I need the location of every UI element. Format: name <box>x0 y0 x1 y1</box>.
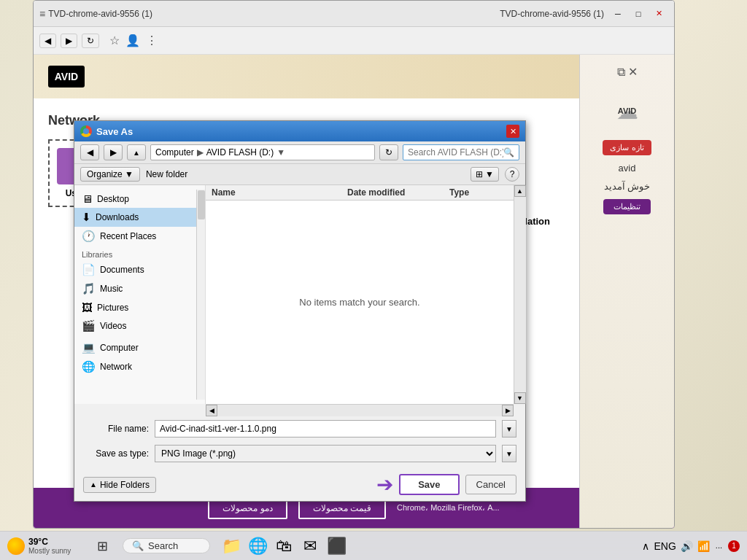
dialog-back-button[interactable]: ◀ <box>80 144 99 160</box>
recent-icon: 🕐 <box>82 230 96 243</box>
sidebar-item-music[interactable]: 🎵 Music <box>74 279 196 298</box>
network-tray-icon[interactable]: 📶 <box>697 540 710 552</box>
sidebar-scrollbar[interactable] <box>196 190 205 400</box>
scroll-track <box>514 197 526 392</box>
language-label[interactable]: ENG <box>654 540 676 552</box>
chrome-icon <box>80 125 92 137</box>
network-icon: 🌐 <box>82 360 96 373</box>
avid-panel: ⧉ ✕ ☁ AVID تازه سازی avid خوش آمدید تنظی… <box>579 55 674 528</box>
sidebar-item-recent[interactable]: 🕐 Recent Places <box>74 227 196 246</box>
desktop-icon: 🖥 <box>82 192 93 205</box>
refresh-button[interactable]: ↻ <box>82 34 99 48</box>
browser-title: TVD-chrome-avid-9556 (1) <box>500 9 604 19</box>
sidebar-item-downloads[interactable]: ⬇ Downloads <box>74 208 196 227</box>
bookmark-icon[interactable]: ☆ <box>109 34 120 47</box>
dialog-body: 🖥 Desktop ⬇ Downloads 🕐 Recent Places <box>74 185 525 404</box>
browser-close-button[interactable]: ✕ <box>649 7 668 21</box>
speaker-icon[interactable]: 🔊 <box>681 540 693 552</box>
dialog-up-button[interactable]: ▲ <box>127 144 146 160</box>
browser-tab[interactable]: TVD-chrome-avid-9556 (1) <box>48 9 152 19</box>
more-icon[interactable]: ⋮ <box>146 34 158 47</box>
sidebar-item-desktop[interactable]: 🖥 Desktop <box>74 190 196 208</box>
browser-minimize-button[interactable]: ─ <box>608 7 627 21</box>
vertical-scrollbar[interactable]: ▲ ▼ <box>514 185 525 404</box>
avid-welcome-name: avid <box>619 163 636 174</box>
savetype-dropdown-button[interactable]: ▼ <box>502 445 516 462</box>
computer-icon: 💻 <box>82 341 96 354</box>
taskbar: 39°C Mostly sunny ⊞ 🔍 Search 📁 🌐 🛍 ✉ ⬛ ∧ <box>0 531 747 560</box>
hide-folders-button[interactable]: ▲ Hide Folders <box>83 477 156 493</box>
sys-tray: ∧ ENG 🔊 📶 <box>642 540 709 552</box>
dialog-title-text: Save As <box>96 126 133 137</box>
scroll-down-button[interactable]: ▼ <box>514 392 526 404</box>
sidebar-item-pictures[interactable]: 🖼 Pictures <box>74 298 196 316</box>
back-button[interactable]: ◀ <box>39 34 56 48</box>
notification-badge[interactable]: 1 <box>728 540 740 552</box>
taskbar-app-explorer[interactable]: 📁 <box>220 534 243 558</box>
videos-icon: 🎬 <box>82 319 96 332</box>
col-type-header[interactable]: Type <box>449 187 508 198</box>
hscroll-right-button[interactable]: ▶ <box>502 405 514 416</box>
dialog-forward-button[interactable]: ▶ <box>104 144 123 160</box>
file-name-input[interactable] <box>155 420 496 438</box>
sidebar-item-documents[interactable]: 📄 Documents <box>74 260 196 279</box>
weather-temp: 39°C <box>28 537 71 547</box>
chevron-up-icon[interactable]: ∧ <box>642 540 649 552</box>
taskbar-app-store[interactable]: 🛍 <box>272 534 295 558</box>
avid-settings-button[interactable]: تنظیمات <box>603 199 651 214</box>
clock-area: ... <box>716 540 722 551</box>
taskbar-weather: 39°C Mostly sunny <box>0 537 88 555</box>
help-button[interactable]: ? <box>505 167 519 182</box>
taskbar-app-mail[interactable]: ✉ <box>298 534 322 558</box>
mail-icon: ✉ <box>303 537 317 556</box>
search-input[interactable] <box>408 147 503 158</box>
dialog-refresh-button[interactable]: ↻ <box>379 144 398 160</box>
user-icon[interactable]: 👤 <box>125 34 140 47</box>
browser-maximize-button[interactable]: □ <box>629 7 648 21</box>
search-go-button[interactable]: 🔍 <box>503 147 514 158</box>
browser-content: AVID Network 🖥 User 1 🖥 User 2 <box>34 55 674 528</box>
documents-icon: 📄 <box>82 263 96 276</box>
breadcrumb-location: AVID FLASH (D:) <box>206 147 274 158</box>
save-type-label: Save as type: <box>83 448 149 459</box>
start-button[interactable]: ⊞ <box>88 532 117 561</box>
col-name-header[interactable]: Name <box>212 187 347 198</box>
filename-row: File name: ▼ <box>74 416 525 442</box>
hscroll-left-button[interactable]: ◀ <box>206 405 217 416</box>
scroll-up-button[interactable]: ▲ <box>514 185 526 197</box>
hide-chevron-icon: ▲ <box>90 481 97 489</box>
weather-icon <box>7 537 25 555</box>
filename-dropdown-button[interactable]: ▼ <box>502 420 516 438</box>
col-modified-header[interactable]: Date modified <box>347 187 449 198</box>
taskbar-app-terminal[interactable]: ⬛ <box>325 534 348 558</box>
hscroll-track <box>217 405 502 416</box>
dialog-titlebar: Save As ✕ <box>74 121 525 141</box>
avid-restore-button[interactable]: ⧉ <box>617 65 625 79</box>
sidebar-item-videos[interactable]: 🎬 Videos <box>74 316 196 335</box>
save-dialog: Save As ✕ ◀ ▶ ▲ Computer ▶ AVID FLASH (D… <box>74 120 526 502</box>
terminal-icon: ⬛ <box>327 537 347 556</box>
avid-welcome-text: خوش آمدید <box>604 181 651 192</box>
savetype-row: Save as type: PNG Image (*.png) ▼ <box>74 442 525 468</box>
new-folder-button[interactable]: New folder <box>146 169 187 179</box>
cancel-button[interactable]: Cancel <box>465 475 516 494</box>
taskbar-right: ∧ ENG 🔊 📶 ... 1 <box>635 540 747 552</box>
sidebar-item-computer[interactable]: 💻 Computer <box>74 338 196 357</box>
avid-logo-text: AVID <box>618 106 636 115</box>
avid-top-icons: ⧉ ✕ <box>614 62 640 82</box>
taskbar-app-chrome[interactable]: 🌐 <box>246 534 269 558</box>
dialog-close-button[interactable]: ✕ <box>506 125 519 138</box>
avid-refresh-button[interactable]: تازه سازی <box>603 140 651 155</box>
organize-button[interactable]: Organize ▼ <box>80 167 140 182</box>
breadcrumb-dropdown[interactable]: ▼ <box>276 147 285 158</box>
save-button[interactable]: Save <box>399 474 459 495</box>
store-icon: 🛍 <box>276 537 292 556</box>
save-type-select[interactable]: PNG Image (*.png) <box>155 445 496 462</box>
search-box[interactable]: 🔍 <box>403 144 519 160</box>
view-button[interactable]: ⊞ ▼ <box>471 167 499 182</box>
sidebar-item-network[interactable]: 🌐 Network <box>74 357 196 376</box>
taskbar-search[interactable]: 🔍 Search <box>123 538 210 553</box>
forward-button[interactable]: ▶ <box>61 34 77 48</box>
horizontal-scrollbar[interactable]: ◀ ▶ <box>206 404 514 416</box>
avid-close-button[interactable]: ✕ <box>628 65 638 79</box>
